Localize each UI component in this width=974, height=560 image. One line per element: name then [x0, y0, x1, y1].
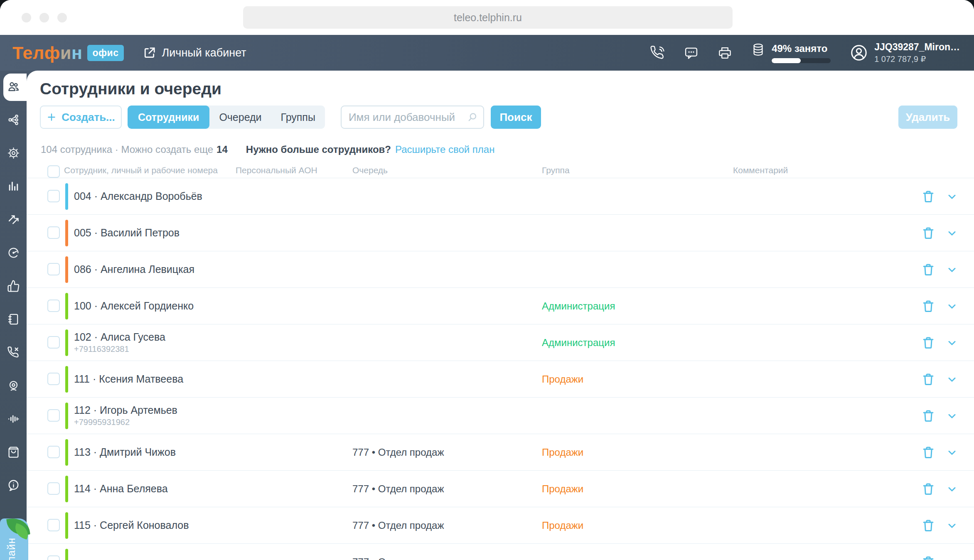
employee-name-cell: 111 · Ксения Матвеева [74, 361, 183, 397]
trash-icon[interactable] [921, 262, 936, 277]
row-checkbox[interactable] [47, 226, 60, 239]
sidebar-item-call-scheme[interactable] [0, 104, 27, 137]
quality-icon [7, 280, 20, 294]
employee-name-cell: 102 · Алиса Гусева+79116392381 [74, 324, 165, 361]
row-checkbox[interactable] [47, 482, 60, 495]
sidebar-item-contacts[interactable] [0, 303, 27, 336]
personal-cabinet-link[interactable]: Личный кабинет [142, 46, 246, 60]
create-button[interactable]: Создать... [40, 106, 122, 129]
printer-icon[interactable] [718, 46, 732, 60]
status-bar [65, 183, 68, 210]
table-row[interactable]: 112 · Игорь Артемьев+79995931962 [27, 397, 974, 434]
row-checkbox[interactable] [47, 336, 60, 349]
row-checkbox[interactable] [47, 409, 60, 422]
select-all-checkbox[interactable] [47, 165, 60, 178]
tab-employees[interactable]: Сотрудники [128, 106, 209, 129]
chevron-down-icon[interactable] [947, 228, 957, 239]
storage-label: 49% занято [772, 43, 831, 54]
trash-icon[interactable] [921, 226, 936, 241]
queue-cell: 777 • Отдел продаж [352, 544, 444, 560]
tab-groups[interactable]: Группы [271, 106, 325, 129]
table-row[interactable]: 102 · Алиса Гусева+79116392381Администра… [27, 324, 974, 361]
sidebar-item-monitoring[interactable] [0, 237, 27, 270]
row-checkbox[interactable] [47, 263, 60, 275]
window-dot[interactable] [22, 13, 31, 22]
window-dot[interactable] [57, 13, 67, 22]
delete-button[interactable]: Удалить [898, 106, 957, 129]
storage-usage[interactable]: 49% занято [751, 43, 831, 63]
call-records-icon [7, 379, 20, 394]
missed-calls-icon [7, 346, 20, 361]
sidebar-item-support[interactable] [0, 469, 27, 503]
toolbar: Создать... СотрудникиОчередиГруппы Поиск… [40, 106, 957, 129]
table-row[interactable]: 086 · Ангелина Левицкая [27, 251, 974, 287]
chevron-down-icon[interactable] [947, 521, 957, 531]
table-row[interactable]: 100 · Алексей ГордиенкоАдминистрация [27, 287, 974, 324]
trash-icon[interactable] [921, 189, 936, 204]
sidebar-item-marketplace[interactable] [0, 436, 27, 469]
sidebar-item-call-records[interactable] [0, 370, 27, 403]
monitoring-icon [7, 246, 20, 261]
chevron-down-icon[interactable] [947, 484, 957, 495]
expand-plan-link[interactable]: Расширьте свой план [395, 144, 494, 155]
trash-icon[interactable] [921, 481, 936, 496]
search-input[interactable] [341, 106, 484, 129]
chevron-down-icon[interactable] [947, 447, 957, 458]
chevron-down-icon[interactable] [947, 301, 957, 312]
chat-icon[interactable] [684, 46, 699, 60]
table-row[interactable]: 004 · Александр Воробьёв [27, 178, 974, 214]
table-row[interactable]: 115 · Сергей Коновалов777 • Отдел продаж… [27, 507, 974, 543]
chevron-down-icon[interactable] [947, 265, 957, 275]
trash-icon[interactable] [921, 445, 936, 460]
sidebar-item-routing[interactable] [0, 204, 27, 237]
address-bar[interactable]: teleo.telphin.ru [243, 6, 733, 29]
status-bar [65, 220, 68, 246]
chevron-down-icon[interactable] [947, 411, 957, 422]
app-header: Телфин офис Личный кабинет 49% занято [0, 35, 974, 71]
contacts-icon [7, 313, 20, 327]
chevron-down-icon[interactable] [947, 557, 957, 560]
employee-phone: +79116392381 [74, 344, 165, 354]
window-dot[interactable] [39, 13, 49, 22]
row-checkbox[interactable] [47, 519, 60, 531]
tab-queues[interactable]: Очереди [209, 106, 271, 129]
trash-icon[interactable] [921, 335, 936, 350]
trash-icon[interactable] [921, 408, 936, 423]
trash-icon[interactable] [921, 372, 936, 387]
queue-cell: 777 • Отдел продаж [352, 471, 444, 507]
telphin-logo: Телфин офис [12, 43, 124, 63]
trash-icon[interactable] [921, 518, 936, 533]
trash-icon[interactable] [921, 299, 936, 314]
table-row[interactable]: 777 • Отдел продаж [27, 543, 974, 560]
status-bar [65, 403, 68, 429]
queue-cell: 777 • Отдел продаж [352, 507, 444, 543]
table-row[interactable]: 111 · Ксения МатвееваПродажи [27, 361, 974, 397]
phone-icon[interactable] [650, 46, 665, 60]
sidebar-item-missed-calls[interactable] [0, 336, 27, 370]
sidebar-item-audio[interactable] [0, 403, 27, 436]
window-controls[interactable] [22, 13, 67, 22]
row-checkbox[interactable] [47, 190, 60, 202]
row-checkbox[interactable] [47, 446, 60, 458]
employee-name-cell: 115 · Сергей Коновалов [74, 507, 189, 543]
table-row[interactable]: 113 · Дмитрий Чижов777 • Отдел продажПро… [27, 434, 974, 470]
table-row[interactable]: 114 · Анна Беляева777 • Отдел продажПрод… [27, 470, 974, 507]
search-button[interactable]: Поиск [491, 106, 541, 129]
status-bar [65, 439, 68, 466]
chevron-down-icon[interactable] [947, 192, 957, 202]
row-checkbox[interactable] [47, 555, 60, 560]
sidebar-item-statistics[interactable] [0, 170, 27, 204]
trash-icon[interactable] [921, 555, 936, 560]
sidebar-item-employees[interactable] [0, 71, 27, 104]
chevron-down-icon[interactable] [947, 374, 957, 385]
row-checkbox[interactable] [47, 300, 60, 312]
screenshot-root: teleo.telphin.ru Телфин офис Личный каби… [0, 0, 974, 560]
online-chat-widget[interactable]: лайн [0, 518, 28, 560]
sidebar-item-settings[interactable] [0, 137, 27, 170]
user-menu[interactable]: JJQ39287_Miron… 1 072 787,9 ₽ [850, 42, 960, 64]
plus-icon [47, 112, 57, 122]
chevron-down-icon[interactable] [947, 338, 957, 349]
sidebar-item-quality[interactable] [0, 270, 27, 303]
row-checkbox[interactable] [47, 373, 60, 385]
table-row[interactable]: 005 · Василий Петров [27, 214, 974, 251]
